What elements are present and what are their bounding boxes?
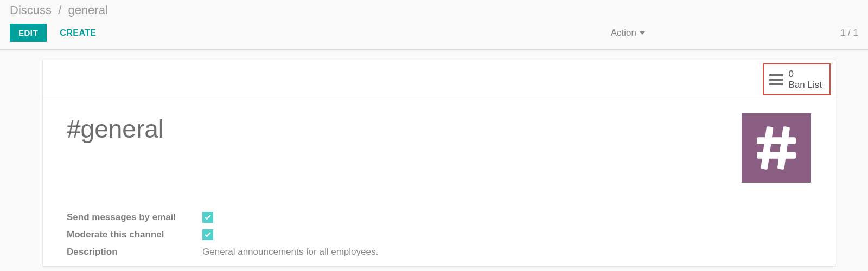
moderate-checkbox[interactable] — [202, 229, 213, 240]
svg-rect-0 — [757, 137, 796, 144]
check-icon — [205, 232, 211, 237]
description-label: Description — [67, 247, 202, 257]
breadcrumb-sep: / — [58, 3, 61, 17]
action-dropdown[interactable]: Action — [611, 28, 645, 38]
field-send-email: Send messages by email — [67, 209, 811, 226]
check-icon — [205, 215, 211, 220]
ban-list-button[interactable]: 0 Ban List — [763, 63, 831, 95]
fields: Send messages by email Moderate this cha… — [67, 209, 811, 261]
create-button[interactable]: CREATE — [60, 28, 97, 38]
form-body: #general Send messages by email — [43, 99, 835, 266]
field-moderate: Moderate this channel — [67, 226, 811, 243]
caret-down-icon — [640, 31, 645, 35]
moderate-label: Moderate this channel — [67, 229, 202, 240]
form-sheet: 0 Ban List #general Se — [42, 60, 835, 267]
stat-bar: 0 Ban List — [43, 60, 835, 99]
field-description: Description General announcements for al… — [67, 243, 811, 261]
breadcrumb-current: general — [68, 3, 107, 17]
svg-rect-3 — [777, 126, 790, 170]
send-email-label: Send messages by email — [67, 212, 202, 223]
ban-list-count: 0 — [789, 69, 822, 80]
ban-list-label: Ban List — [789, 80, 822, 91]
toolbar: EDIT CREATE Action 1 / 1 — [0, 18, 868, 50]
send-email-checkbox[interactable] — [202, 212, 213, 223]
hash-icon — [752, 124, 801, 172]
channel-title: #general — [67, 114, 742, 144]
channel-avatar[interactable] — [742, 113, 811, 183]
svg-rect-2 — [761, 126, 773, 170]
pager[interactable]: 1 / 1 — [840, 28, 858, 38]
breadcrumb-root[interactable]: Discuss — [10, 3, 52, 17]
edit-button[interactable]: EDIT — [10, 24, 47, 42]
action-label: Action — [611, 28, 636, 38]
breadcrumb: Discuss / general — [0, 0, 868, 18]
list-icon — [769, 74, 783, 85]
description-value: General announcements for all employees. — [202, 247, 378, 257]
content: 0 Ban List #general Se — [0, 50, 868, 267]
